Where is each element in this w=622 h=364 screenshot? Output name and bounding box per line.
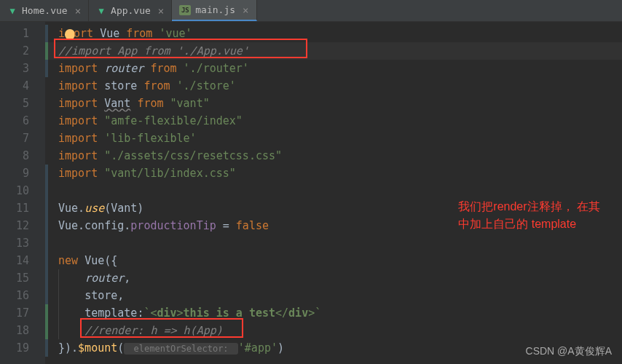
vue-icon: ▼ [7,6,17,16]
param-hint: elementOrSelector: [124,343,238,355]
code-line[interactable]: import "amfe-flexible/index" [45,112,622,130]
vue-icon: ▼ [96,6,106,16]
code-line[interactable]: import store from './store' [45,77,622,95]
line-number: 3 [0,60,45,77]
code-line[interactable]: template:`<div>this is a test</div>` [45,304,622,322]
watermark: CSDN @A黄俊辉A [526,345,612,358]
line-number: 13 [0,234,45,252]
line-number: 6 [0,112,45,130]
line-gutter: 1 2 3 4 5 6 7 8 9 10 11 12 13 14 15 16 1… [0,22,45,364]
code-line[interactable]: import Vant from "vant" [45,95,622,112]
code-line[interactable]: import 'lib-flexible' [45,130,622,147]
close-icon[interactable]: × [158,5,164,17]
line-number: 18 [0,322,45,339]
line-number: 19 [0,339,45,357]
line-number: 10 [0,182,45,199]
tab-home-vue[interactable]: ▼ Home.vue × [0,0,89,21]
code-line[interactable]: import "vant/lib/index.css" [45,165,622,182]
code-line[interactable]: store, [45,287,622,304]
annotation-text: 我们把render注释掉， 在其 中加上自己的 template [458,198,600,233]
code-editor[interactable]: 1 2 3 4 5 6 7 8 9 10 11 12 13 14 15 16 1… [0,22,622,364]
line-number: 4 [0,77,45,95]
line-number: 9 [0,165,45,182]
js-icon: JS [179,5,191,15]
code-line[interactable]: router, [45,269,622,287]
code-line[interactable]: iort Vue from 'vue' [45,25,622,42]
code-line[interactable]: new Vue({ [45,252,622,269]
line-number: 16 [0,287,45,304]
code-line[interactable] [45,234,622,252]
tab-label: main.js [195,4,235,15]
code-line[interactable] [45,182,622,199]
line-number: 7 [0,130,45,147]
tab-label: App.vue [111,5,151,16]
tab-app-vue[interactable]: ▼ App.vue × [89,0,172,21]
close-icon[interactable]: × [75,5,81,17]
line-number: 17 [0,304,45,322]
code-content[interactable]: iort Vue from 'vue' //import App from '.… [45,22,622,364]
tab-label: Home.vue [22,5,68,16]
code-line[interactable]: //import App from './App.vue' [45,42,622,60]
line-number: 11 [0,199,45,217]
code-line[interactable]: import router from './router' [45,60,622,77]
tab-bar: ▼ Home.vue × ▼ App.vue × JS main.js × [0,0,622,22]
line-number: 2 [0,42,45,60]
line-number: 15 [0,269,45,287]
code-line[interactable]: import "./assets/css/resetcss.css" [45,147,622,165]
line-number: 5 [0,95,45,112]
line-number: 14 [0,252,45,269]
line-number: 1 [0,25,45,42]
tab-main-js[interactable]: JS main.js × [172,0,256,21]
code-line[interactable]: //render: h => h(App) [45,322,622,339]
line-number: 12 [0,217,45,234]
line-number: 8 [0,147,45,165]
close-icon[interactable]: × [243,4,248,16]
